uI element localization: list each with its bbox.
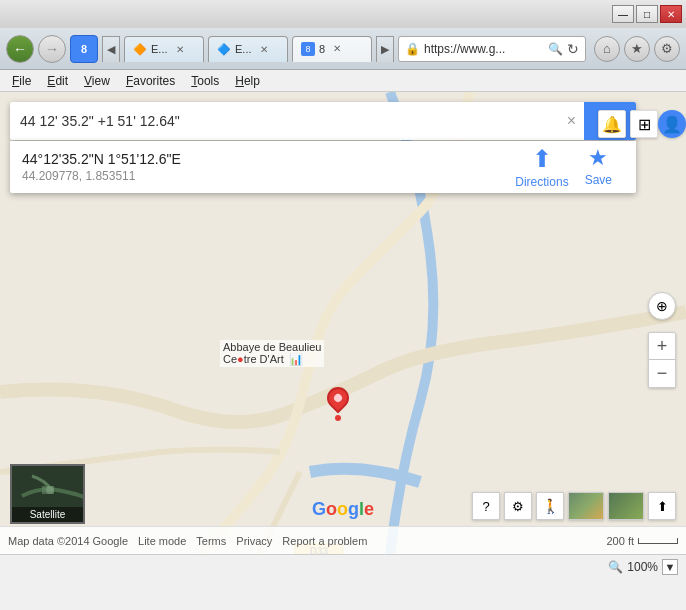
svg-point-6 (46, 486, 54, 494)
favorites-button[interactable]: ★ (624, 36, 650, 62)
toolbar-right: ⌂ ★ ⚙ (594, 36, 680, 62)
place-subtitle: Ce●tre D'Art (223, 353, 284, 365)
home-button[interactable]: ⌂ (594, 36, 620, 62)
tab-close-1[interactable]: ✕ (176, 44, 184, 55)
chart-icon: 📊 (289, 353, 303, 365)
zoom-icon: 🔍 (608, 560, 623, 574)
search-input-wrapper: × (10, 102, 636, 140)
result-coords: 44.209778, 1.853511 (22, 169, 181, 183)
place-name: Abbaye de Beaulieu (223, 341, 321, 353)
save-label: Save (585, 173, 612, 187)
map-overlays: ? ⚙ 🚶 ⬆ (472, 492, 676, 520)
tab-label-1: E... (151, 43, 168, 55)
directions-icon: ⬆ (532, 145, 552, 173)
scale-line (638, 538, 678, 544)
browser-toolbar: ← → 8 ◀ 🔶 E... ✕ 🔷 E... ✕ 8 8 ✕ ▶ 🔒 http… (0, 28, 686, 70)
menu-bar: File Edit View Favorites Tools Help (0, 70, 686, 92)
map-bottom-bar: Map data ©2014 Google Lite mode Terms Pr… (0, 526, 686, 554)
map-pin[interactable] (327, 387, 351, 423)
terms-link[interactable]: Terms (196, 535, 226, 547)
menu-edit[interactable]: Edit (39, 72, 76, 90)
title-bar: — □ ✕ (0, 0, 686, 28)
reload-button[interactable]: ↻ (567, 41, 579, 57)
tab-label-2: E... (235, 43, 252, 55)
window-controls: — □ ✕ (612, 5, 682, 23)
save-action[interactable]: ★ Save (585, 145, 612, 189)
result-row: 44°12'35.2"N 1°51'12.6"E 44.209778, 1.85… (22, 151, 624, 183)
gs-label: 8 (81, 43, 87, 55)
result-actions: ⬆ Directions ★ Save (515, 145, 612, 189)
scale-bar: 200 ft (606, 535, 678, 547)
tab-favicon-1: 🔶 (133, 42, 147, 56)
tab-e1[interactable]: 🔶 E... ✕ (124, 36, 204, 62)
street-view-button[interactable]: 🚶 (536, 492, 564, 520)
address-bar[interactable]: 🔒 https://www.g... 🔍 ↻ (398, 36, 586, 62)
place-label: Abbaye de Beaulieu Ce●tre D'Art 📊 (220, 340, 324, 367)
minimize-button[interactable]: — (612, 5, 634, 23)
tab-nav-right[interactable]: ▶ (376, 36, 394, 62)
compass-button[interactable]: ⊕ (648, 292, 676, 320)
tab-nav-left[interactable]: ◀ (102, 36, 120, 62)
satellite-label: Satellite (12, 507, 83, 522)
zoom-control: 🔍 100% ▼ (608, 559, 678, 575)
help-button[interactable]: ? (472, 492, 500, 520)
satellite-thumbnail[interactable]: Satellite (10, 464, 85, 524)
forward-button[interactable]: → (38, 35, 66, 63)
tab-close-3[interactable]: ✕ (333, 43, 341, 54)
search-bar: × 44°12'35.2"N 1°51'12.6"E 44.209778, 1.… (10, 102, 636, 193)
satellite-map-button[interactable] (608, 492, 644, 520)
save-icon: ★ (588, 145, 608, 171)
zoom-value: 100% (627, 560, 658, 574)
search-input[interactable] (10, 113, 559, 129)
notification-bell[interactable]: 🔔 (598, 110, 626, 138)
search-result-dropdown: 44°12'35.2"N 1°51'12.6"E 44.209778, 1.85… (10, 141, 636, 193)
maximize-button[interactable]: □ (636, 5, 658, 23)
directions-action[interactable]: ⬆ Directions (515, 145, 568, 189)
result-title: 44°12'35.2"N 1°51'12.6"E (22, 151, 181, 167)
zoom-out-button[interactable]: − (648, 360, 676, 388)
report-problem-link[interactable]: Report a problem (282, 535, 367, 547)
map-data-link[interactable]: Map data ©2014 Google (8, 535, 128, 547)
zoom-dropdown-button[interactable]: ▼ (662, 559, 678, 575)
search-icon: 🔍 (548, 42, 563, 56)
tab-label-3: 8 (319, 43, 325, 55)
settings-map-button[interactable]: ⚙ (504, 492, 532, 520)
url-text: https://www.g... (424, 42, 544, 56)
tab-g[interactable]: 8 8 ✕ (292, 36, 372, 62)
zoom-in-button[interactable]: + (648, 332, 676, 360)
lite-mode-link[interactable]: Lite mode (138, 535, 186, 547)
add-button[interactable]: ⊞ (630, 110, 658, 138)
zoom-controls: + − (648, 332, 676, 388)
maps-container[interactable]: D33 × 44°12'35.2"N 1°51'12.6"E 44.209778… (0, 92, 686, 554)
menu-help[interactable]: Help (227, 72, 268, 90)
result-info: 44°12'35.2"N 1°51'12.6"E 44.209778, 1.85… (22, 151, 181, 183)
bottom-links: Map data ©2014 Google Lite mode Terms Pr… (8, 535, 367, 547)
terrain-button[interactable] (568, 492, 604, 520)
tab-favicon-2: 🔷 (217, 42, 231, 56)
menu-view[interactable]: View (76, 72, 118, 90)
expand-button[interactable]: ⬆ (648, 492, 676, 520)
privacy-link[interactable]: Privacy (236, 535, 272, 547)
lock-icon: 🔒 (405, 42, 420, 56)
tab-e2[interactable]: 🔷 E... ✕ (208, 36, 288, 62)
clear-search-button[interactable]: × (559, 112, 584, 130)
user-avatar[interactable]: 👤 (658, 110, 686, 138)
status-bar: 🔍 100% ▼ (0, 554, 686, 578)
settings-button[interactable]: ⚙ (654, 36, 680, 62)
menu-tools[interactable]: Tools (183, 72, 227, 90)
menu-file[interactable]: File (4, 72, 39, 90)
back-button[interactable]: ← (6, 35, 34, 63)
google-search-engine-button[interactable]: 8 (70, 35, 98, 63)
tab-favicon-3: 8 (301, 42, 315, 56)
scale-label: 200 ft (606, 535, 634, 547)
close-button[interactable]: ✕ (660, 5, 682, 23)
google-logo: Google (312, 499, 374, 520)
tab-close-2[interactable]: ✕ (260, 44, 268, 55)
directions-label: Directions (515, 175, 568, 189)
map-controls: ⊕ (648, 292, 676, 320)
menu-favorites[interactable]: Favorites (118, 72, 183, 90)
